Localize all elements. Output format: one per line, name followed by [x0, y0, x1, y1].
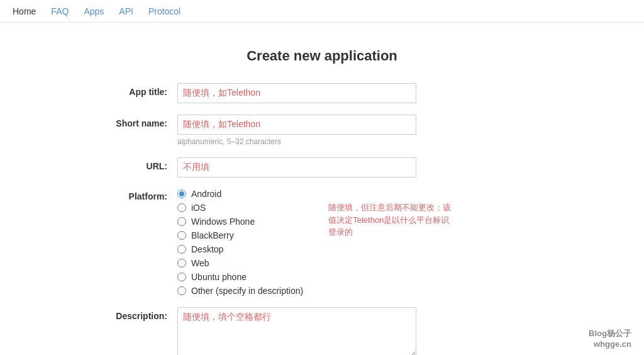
short-name-row: Short name: alphanumeric, 5–32 character…	[96, 115, 548, 146]
platform-blackberry-label: BlackBerry	[191, 230, 234, 240]
platform-web-label: Web	[191, 258, 209, 268]
nav-api[interactable]: API	[119, 6, 133, 16]
platform-web: Web	[177, 258, 303, 268]
platform-android-label: Android	[191, 189, 221, 199]
platform-options: Android iOS Windows Phone BlackBerry Des…	[177, 189, 303, 296]
platform-desktop: Desktop	[177, 244, 303, 254]
short-name-field-area: alphanumeric, 5–32 characters	[177, 115, 548, 146]
main-content: Create new application App title: Short …	[83, 48, 561, 355]
nav-home[interactable]: Home	[13, 6, 36, 16]
url-input[interactable]	[177, 157, 416, 178]
url-field-area	[177, 157, 548, 178]
platform-other-label: Other (specify in description)	[191, 286, 303, 296]
platform-windows-phone-label: Windows Phone	[191, 217, 255, 227]
platform-other-radio[interactable]	[177, 286, 186, 295]
description-field-area: 随便填，填个空格都行	[177, 307, 548, 355]
app-title-field-area	[177, 83, 548, 103]
nav-protocol[interactable]: Protocol	[148, 6, 180, 16]
platform-ubuntu: Ubuntu phone	[177, 272, 303, 282]
watermark-blog: Blog杨公子	[589, 328, 631, 339]
watermark: Blog杨公子 whgge.cn	[589, 328, 631, 349]
platform-row: Platform: Android iOS Windows Phone Blac…	[96, 189, 548, 296]
description-input[interactable]: 随便填，填个空格都行	[177, 307, 416, 355]
nav-apps[interactable]: Apps	[84, 6, 104, 16]
watermark-site: whgge.cn	[589, 339, 631, 349]
platform-blackberry: BlackBerry	[177, 230, 303, 240]
platform-ios: iOS	[177, 203, 303, 213]
platform-with-note: Android iOS Windows Phone BlackBerry Des…	[177, 189, 454, 296]
platform-label: Platform:	[96, 189, 177, 201]
platform-desktop-label: Desktop	[191, 244, 223, 254]
nav-bar: Home FAQ Apps API Protocol	[0, 0, 644, 23]
description-row: Description: 随便填，填个空格都行	[96, 307, 548, 355]
app-title-label: App title:	[96, 83, 177, 97]
app-title-input[interactable]	[177, 83, 416, 103]
platform-ubuntu-radio[interactable]	[177, 273, 186, 281]
short-name-hint: alphanumeric, 5–32 characters	[177, 137, 548, 146]
platform-windows-phone-radio[interactable]	[177, 217, 186, 226]
short-name-input[interactable]	[177, 115, 416, 135]
nav-faq[interactable]: FAQ	[51, 6, 69, 16]
short-name-label: Short name:	[96, 115, 177, 128]
platform-android-radio[interactable]	[177, 189, 186, 198]
app-title-row: App title:	[96, 83, 548, 103]
platform-windows-phone: Windows Phone	[177, 217, 303, 227]
platform-ios-radio[interactable]	[177, 203, 186, 212]
platform-ios-label: iOS	[191, 203, 206, 213]
platform-blackberry-radio[interactable]	[177, 231, 186, 240]
platform-ubuntu-label: Ubuntu phone	[191, 272, 247, 282]
platform-other: Other (specify in description)	[177, 286, 303, 296]
platform-note: 随便填，但注意后期不能更改；该值决定Telethon是以什么平台标识登录的	[328, 189, 454, 296]
page-title: Create new application	[96, 48, 548, 64]
platform-desktop-radio[interactable]	[177, 245, 186, 254]
url-label: URL:	[96, 157, 177, 171]
platform-web-radio[interactable]	[177, 259, 186, 268]
platform-android: Android	[177, 189, 303, 199]
description-label: Description:	[96, 307, 177, 321]
url-row: URL:	[96, 157, 548, 178]
